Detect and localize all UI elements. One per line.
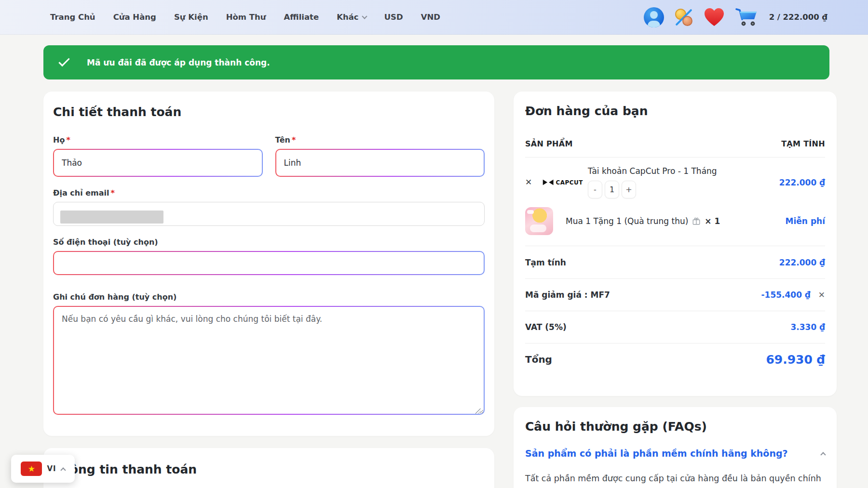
user-avatar-icon[interactable] [644,7,664,27]
first-name-label-text: Tên [275,135,291,145]
sale-coins-icon[interactable] [674,7,694,27]
textarea-resize-handle[interactable] [475,409,481,414]
subtotal-value: 222.000 ₫ [779,258,825,267]
chevron-up-icon [820,452,826,457]
coupon-success-alert: Mã ưu đãi đã được áp dụng thành công. [43,45,829,79]
email-label: Địa chỉ email* [53,188,485,198]
gift-details: Mua 1 Tặng 1 (Quà trung thu) × 1 [566,216,773,226]
item-name: Tài khoản CapCut Pro - 1 Tháng [588,166,774,176]
item-details: Tài khoản CapCut Pro - 1 Tháng - 1 + [588,166,774,198]
coupon-value-group: -155.400 ₫ ✕ [761,290,825,300]
language-selector[interactable]: ★ VI [11,455,75,483]
coupon-row: Mã giảm giá : MF7 -155.400 ₫ ✕ [525,278,825,311]
last-name-group: Họ* [53,135,263,177]
last-name-label-text: Họ [53,135,65,145]
column-product: SẢN PHẨM [525,139,573,148]
item-price: 222.000 ₫ [779,178,825,187]
nav-item-other-label: Khác [337,13,358,22]
phone-input[interactable] [53,251,485,275]
gift-price: Miễn phí [786,216,825,226]
faq-card: Câu hỏi thường gặp (FAQs) Sản phẩm có ph… [514,407,837,488]
payment-info-card: Thông tin thanh toán [43,448,494,488]
main-menu: Trang Chủ Cửa Hàng Sự Kiện Hòm Thư Affil… [50,13,440,22]
required-asterisk: * [110,188,114,198]
billing-title: Chi tiết thanh toán [53,105,485,119]
phone-group: Số điện thoại (tuỳ chọn) [53,237,485,275]
flag-star: ★ [28,465,35,473]
total-label: Tổng [525,354,552,365]
last-name-label: Họ* [53,135,263,145]
gift-multiplier: × 1 [705,216,720,226]
total-value: 69.930 ₫ [766,353,825,367]
vat-value: 3.330 ₫ [790,322,825,332]
chevron-up-icon [60,467,66,473]
check-icon [58,55,69,66]
language-code: VI [47,464,56,473]
sale-slash [675,9,692,26]
payment-info-title: Thông tin thanh toán [53,462,485,476]
nav-item-usd[interactable]: USD [384,13,403,22]
order-summary-card: Đơn hàng của bạn SẢN PHẨM TẠM TÍNH ✕ CAP… [514,92,837,396]
required-asterisk: * [292,135,296,145]
faq-answer: Tất cả phần mềm được cung cấp tại cửa hà… [525,472,825,485]
qty-decrease-button[interactable]: - [588,181,602,198]
nav-item-events[interactable]: Sự Kiện [174,13,208,22]
gift-box-icon [692,217,701,225]
order-note-textarea[interactable] [53,306,485,415]
vat-label: VAT (5%) [525,322,567,332]
order-note-label: Ghi chú đơn hàng (tuỳ chọn) [53,292,485,302]
top-navbar: Trang Chủ Cửa Hàng Sự Kiện Hòm Thư Affil… [0,0,868,35]
quantity-stepper: - 1 + [588,181,774,198]
faq-question: Sản phẩm có phải là phần mềm chính hãng … [525,448,788,459]
faq-title: Câu hỏi thường gặp (FAQs) [525,420,825,434]
billing-details-card: Chi tiết thanh toán Họ* Tên* Địa chỉ ema… [43,92,494,436]
gift-thumbnail [525,207,553,235]
cart-item-capcut: ✕ CAPCUT Tài khoản CapCut Pro - 1 Tháng … [525,158,825,203]
nav-item-home[interactable]: Trang Chủ [50,13,95,22]
subtotal-row: Tạm tính 222.000 ₫ [525,246,825,278]
capcut-bowtie-icon [542,179,554,186]
coupon-label: Mã giảm giá : MF7 [525,290,610,300]
first-name-input[interactable] [275,149,485,177]
nav-item-vnd[interactable]: VND [421,13,440,22]
nav-item-mailbox[interactable]: Hòm Thư [226,13,266,22]
cart-summary[interactable]: 2 / 222.000 ₫ [769,13,827,22]
nav-item-shop[interactable]: Cửa Hàng [113,13,156,22]
qty-increase-button[interactable]: + [622,181,636,198]
name-row: Họ* Tên* [53,135,485,177]
first-name-label: Tên* [275,135,485,145]
subtotal-label: Tạm tính [525,258,566,267]
nav-item-affiliate[interactable]: Affiliate [284,13,319,22]
faq-question-row[interactable]: Sản phẩm có phải là phần mềm chính hãng … [525,448,825,459]
remove-item-icon[interactable]: ✕ [525,178,538,186]
checkout-page: Trang Chủ Cửa Hàng Sự Kiện Hòm Thư Affil… [0,0,868,488]
coupon-value: -155.400 ₫ [761,290,811,300]
alert-message: Mã ưu đãi đã được áp dụng thành công. [87,58,270,67]
remove-coupon-icon[interactable]: ✕ [818,290,825,300]
redacted-email-overlay [60,211,163,224]
qty-value: 1 [605,181,619,198]
shopping-cart-icon[interactable] [734,7,759,28]
cart-item-gift: Mua 1 Tặng 1 (Quà trung thu) × 1 Miễn ph… [525,203,825,246]
email-group: Địa chỉ email* [53,188,485,226]
gift-name: Mua 1 Tặng 1 (Quà trung thu) [566,216,688,226]
order-title: Đơn hàng của bạn [525,104,825,118]
wishlist-heart-icon[interactable] [704,8,725,27]
order-columns-header: SẢN PHẨM TẠM TÍNH [525,139,825,158]
first-name-group: Tên* [275,135,485,177]
order-note-group: Ghi chú đơn hàng (tuỳ chọn) [53,292,485,417]
capcut-wordmark: CAPCUT [556,179,583,186]
phone-label: Số điện thoại (tuỳ chọn) [53,237,485,247]
nav-actions: 2 / 222.000 ₫ [644,7,827,28]
last-name-input[interactable] [53,149,263,177]
chevron-down-icon [362,13,367,19]
email-label-text: Địa chỉ email [53,188,109,198]
required-asterisk: * [66,135,70,145]
capcut-logo: CAPCUT [542,179,583,186]
vat-row: VAT (5%) 3.330 ₫ [525,311,825,343]
column-subtotal: TẠM TÍNH [781,139,825,148]
total-row: Tổng 69.930 ₫ [525,343,825,375]
vietnam-flag-icon: ★ [21,462,42,476]
nav-item-other[interactable]: Khác [337,13,366,22]
